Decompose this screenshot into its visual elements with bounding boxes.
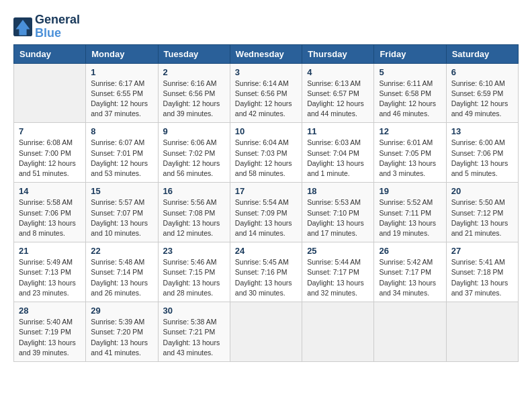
day-number: 10 <box>235 126 297 136</box>
day-info: Sunrise: 5:53 AM Sunset: 7:10 PM Dayligh… <box>307 197 369 238</box>
day-info: Sunrise: 5:56 AM Sunset: 7:08 PM Dayligh… <box>163 197 225 238</box>
column-header-monday: Monday <box>86 44 158 63</box>
calendar-cell: 18Sunrise: 5:53 AM Sunset: 7:10 PM Dayli… <box>302 183 374 242</box>
day-info: Sunrise: 5:52 AM Sunset: 7:11 PM Dayligh… <box>379 197 441 238</box>
day-info: Sunrise: 6:10 AM Sunset: 6:59 PM Dayligh… <box>451 79 513 120</box>
day-number: 11 <box>307 126 369 136</box>
column-header-sunday: Sunday <box>14 44 86 63</box>
calendar-cell: 12Sunrise: 6:01 AM Sunset: 7:05 PM Dayli… <box>374 123 446 183</box>
logo: General Blue <box>13 13 80 40</box>
day-number: 17 <box>235 186 297 196</box>
day-info: Sunrise: 6:11 AM Sunset: 6:58 PM Dayligh… <box>379 79 441 120</box>
calendar-cell: 3Sunrise: 6:14 AM Sunset: 6:56 PM Daylig… <box>230 63 302 123</box>
column-header-saturday: Saturday <box>446 44 518 63</box>
column-header-friday: Friday <box>374 44 446 63</box>
week-row-5: 28Sunrise: 5:40 AM Sunset: 7:19 PM Dayli… <box>14 302 519 362</box>
calendar-cell: 26Sunrise: 5:42 AM Sunset: 7:17 PM Dayli… <box>374 242 446 302</box>
day-number: 7 <box>19 126 81 136</box>
day-number: 23 <box>163 246 225 256</box>
calendar-cell <box>446 302 518 362</box>
calendar-cell: 1Sunrise: 6:17 AM Sunset: 6:55 PM Daylig… <box>86 63 158 123</box>
calendar-cell: 2Sunrise: 6:16 AM Sunset: 6:56 PM Daylig… <box>158 63 230 123</box>
day-info: Sunrise: 6:16 AM Sunset: 6:56 PM Dayligh… <box>163 79 225 120</box>
calendar-cell: 6Sunrise: 6:10 AM Sunset: 6:59 PM Daylig… <box>446 63 518 123</box>
day-number: 8 <box>91 126 152 136</box>
day-info: Sunrise: 5:41 AM Sunset: 7:18 PM Dayligh… <box>451 257 513 298</box>
day-info: Sunrise: 5:58 AM Sunset: 7:06 PM Dayligh… <box>19 197 81 238</box>
day-number: 13 <box>451 126 513 136</box>
calendar-cell: 17Sunrise: 5:54 AM Sunset: 7:09 PM Dayli… <box>230 183 302 242</box>
calendar-header-row: SundayMondayTuesdayWednesdayThursdayFrid… <box>14 44 519 63</box>
day-info: Sunrise: 5:57 AM Sunset: 7:07 PM Dayligh… <box>91 197 152 238</box>
calendar-cell: 15Sunrise: 5:57 AM Sunset: 7:07 PM Dayli… <box>86 183 158 242</box>
calendar-cell: 9Sunrise: 6:06 AM Sunset: 7:02 PM Daylig… <box>158 123 230 183</box>
day-info: Sunrise: 6:03 AM Sunset: 7:04 PM Dayligh… <box>307 138 369 179</box>
calendar-cell: 7Sunrise: 6:08 AM Sunset: 7:00 PM Daylig… <box>14 123 86 183</box>
calendar-cell: 8Sunrise: 6:07 AM Sunset: 7:01 PM Daylig… <box>86 123 158 183</box>
logo-text: General Blue <box>35 13 80 40</box>
day-info: Sunrise: 6:04 AM Sunset: 7:03 PM Dayligh… <box>235 138 297 179</box>
day-number: 16 <box>163 186 225 196</box>
page-header: General Blue <box>13 13 519 40</box>
day-info: Sunrise: 6:01 AM Sunset: 7:05 PM Dayligh… <box>379 138 441 179</box>
calendar-cell: 16Sunrise: 5:56 AM Sunset: 7:08 PM Dayli… <box>158 183 230 242</box>
day-info: Sunrise: 6:07 AM Sunset: 7:01 PM Dayligh… <box>91 138 152 179</box>
day-info: Sunrise: 5:50 AM Sunset: 7:12 PM Dayligh… <box>451 197 513 238</box>
calendar-cell <box>374 302 446 362</box>
day-info: Sunrise: 6:06 AM Sunset: 7:02 PM Dayligh… <box>163 138 225 179</box>
week-row-2: 7Sunrise: 6:08 AM Sunset: 7:00 PM Daylig… <box>14 123 519 183</box>
day-info: Sunrise: 5:54 AM Sunset: 7:09 PM Dayligh… <box>235 197 297 238</box>
day-info: Sunrise: 5:48 AM Sunset: 7:14 PM Dayligh… <box>91 257 152 298</box>
calendar-cell: 20Sunrise: 5:50 AM Sunset: 7:12 PM Dayli… <box>446 183 518 242</box>
day-info: Sunrise: 5:45 AM Sunset: 7:16 PM Dayligh… <box>235 257 297 298</box>
day-number: 6 <box>451 67 513 77</box>
day-info: Sunrise: 5:44 AM Sunset: 7:17 PM Dayligh… <box>307 257 369 298</box>
calendar-cell <box>14 63 86 123</box>
day-info: Sunrise: 6:00 AM Sunset: 7:06 PM Dayligh… <box>451 138 513 179</box>
day-number: 2 <box>163 67 225 77</box>
calendar-cell: 24Sunrise: 5:45 AM Sunset: 7:16 PM Dayli… <box>230 242 302 302</box>
day-number: 9 <box>163 126 225 136</box>
day-info: Sunrise: 6:17 AM Sunset: 6:55 PM Dayligh… <box>91 79 152 120</box>
calendar-cell: 10Sunrise: 6:04 AM Sunset: 7:03 PM Dayli… <box>230 123 302 183</box>
day-number: 3 <box>235 67 297 77</box>
day-number: 5 <box>379 67 441 77</box>
day-number: 4 <box>307 67 369 77</box>
day-number: 22 <box>91 246 152 256</box>
day-number: 14 <box>19 186 81 196</box>
day-number: 18 <box>307 186 369 196</box>
logo-icon <box>13 17 32 36</box>
column-header-tuesday: Tuesday <box>158 44 230 63</box>
day-info: Sunrise: 5:46 AM Sunset: 7:15 PM Dayligh… <box>163 257 225 298</box>
calendar-cell: 25Sunrise: 5:44 AM Sunset: 7:17 PM Dayli… <box>302 242 374 302</box>
column-header-thursday: Thursday <box>302 44 374 63</box>
calendar-cell: 14Sunrise: 5:58 AM Sunset: 7:06 PM Dayli… <box>14 183 86 242</box>
day-number: 21 <box>19 246 81 256</box>
day-number: 1 <box>91 67 152 77</box>
calendar-table: SundayMondayTuesdayWednesdayThursdayFrid… <box>13 44 519 362</box>
day-number: 28 <box>19 306 81 316</box>
calendar-cell: 11Sunrise: 6:03 AM Sunset: 7:04 PM Dayli… <box>302 123 374 183</box>
calendar-cell: 30Sunrise: 5:38 AM Sunset: 7:21 PM Dayli… <box>158 302 230 362</box>
calendar-cell: 21Sunrise: 5:49 AM Sunset: 7:13 PM Dayli… <box>14 242 86 302</box>
day-info: Sunrise: 5:38 AM Sunset: 7:21 PM Dayligh… <box>163 317 225 358</box>
day-number: 29 <box>91 306 152 316</box>
calendar-cell: 4Sunrise: 6:13 AM Sunset: 6:57 PM Daylig… <box>302 63 374 123</box>
day-number: 15 <box>91 186 152 196</box>
day-info: Sunrise: 5:40 AM Sunset: 7:19 PM Dayligh… <box>19 317 81 358</box>
day-number: 20 <box>451 186 513 196</box>
day-info: Sunrise: 6:08 AM Sunset: 7:00 PM Dayligh… <box>19 138 81 179</box>
day-number: 12 <box>379 126 441 136</box>
calendar-cell <box>302 302 374 362</box>
calendar-cell: 13Sunrise: 6:00 AM Sunset: 7:06 PM Dayli… <box>446 123 518 183</box>
day-info: Sunrise: 6:13 AM Sunset: 6:57 PM Dayligh… <box>307 79 369 120</box>
day-info: Sunrise: 5:49 AM Sunset: 7:13 PM Dayligh… <box>19 257 81 298</box>
day-number: 30 <box>163 306 225 316</box>
day-info: Sunrise: 6:14 AM Sunset: 6:56 PM Dayligh… <box>235 79 297 120</box>
day-number: 24 <box>235 246 297 256</box>
week-row-1: 1Sunrise: 6:17 AM Sunset: 6:55 PM Daylig… <box>14 63 519 123</box>
calendar-cell: 19Sunrise: 5:52 AM Sunset: 7:11 PM Dayli… <box>374 183 446 242</box>
calendar-cell: 23Sunrise: 5:46 AM Sunset: 7:15 PM Dayli… <box>158 242 230 302</box>
day-number: 27 <box>451 246 513 256</box>
column-header-wednesday: Wednesday <box>230 44 302 63</box>
